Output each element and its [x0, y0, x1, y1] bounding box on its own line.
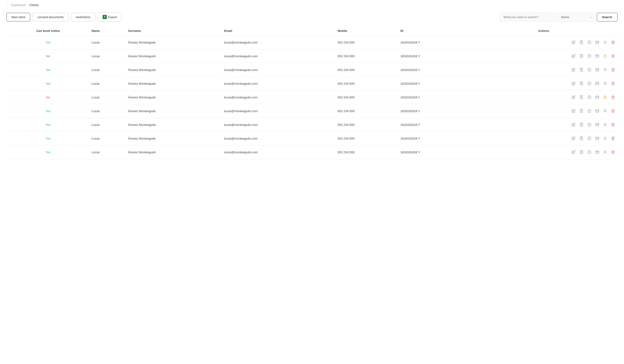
clipboard-icon[interactable]: [579, 81, 584, 86]
mail-icon[interactable]: [595, 67, 600, 72]
clients-table: Can book online Name Surname Email Mobil…: [6, 26, 618, 159]
email-cell: lucas@monteagudo.com: [222, 77, 336, 90]
history-icon[interactable]: [587, 81, 592, 86]
edit-icon[interactable]: [571, 95, 576, 100]
mail-icon[interactable]: [595, 95, 600, 100]
can-book-cell[interactable]: Yes: [6, 145, 90, 159]
table-row: No Lucas Álvarez Monteagudo lucas@montea…: [6, 49, 618, 63]
table-row: Yes Lucas Álvarez Monteagudo lucas@monte…: [6, 104, 618, 118]
delete-icon[interactable]: [611, 53, 616, 59]
actions-cell: [470, 145, 618, 159]
history-icon[interactable]: [587, 150, 592, 155]
consent-documents-button[interactable]: consent documents: [33, 13, 69, 21]
edit-icon[interactable]: [571, 53, 576, 59]
clipboard-icon[interactable]: [579, 150, 584, 155]
delete-icon[interactable]: [611, 95, 616, 100]
can-book-cell[interactable]: No: [6, 49, 90, 63]
mail-icon[interactable]: [595, 122, 600, 127]
id-cell: 1818181818 Y: [399, 36, 470, 49]
edit-icon[interactable]: [571, 108, 576, 113]
edit-icon[interactable]: [571, 150, 576, 155]
mail-icon[interactable]: [595, 150, 600, 155]
history-icon[interactable]: [587, 122, 592, 127]
id-cell: 1818181818 Y: [399, 63, 470, 77]
email-cell: lucas@monteagudo.com: [222, 118, 336, 132]
clipboard-icon[interactable]: [579, 108, 584, 113]
delete-icon[interactable]: [611, 108, 616, 113]
mail-icon[interactable]: [595, 136, 600, 141]
delete-icon[interactable]: [611, 40, 616, 45]
can-book-cell[interactable]: Yes: [6, 36, 90, 49]
svg-rect-0: [581, 41, 582, 41]
can-book-cell[interactable]: Yes: [6, 118, 90, 132]
svg-rect-5: [581, 54, 582, 55]
edit-icon[interactable]: [571, 40, 576, 45]
delete-icon[interactable]: [611, 67, 616, 72]
history-icon[interactable]: [587, 136, 592, 141]
clipboard-icon[interactable]: [579, 136, 584, 141]
export-button[interactable]: X Export: [98, 12, 122, 22]
name-cell: Lucas: [90, 104, 126, 118]
history-icon[interactable]: [587, 108, 592, 113]
can-book-cell[interactable]: Yes: [6, 104, 90, 118]
name-cell: Lucas: [90, 90, 126, 104]
user-icon[interactable]: [603, 40, 608, 45]
user-icon[interactable]: [603, 122, 608, 127]
user-icon[interactable]: [603, 136, 608, 141]
edit-icon[interactable]: [571, 81, 576, 86]
delete-icon[interactable]: [611, 136, 616, 141]
edit-icon[interactable]: [571, 67, 576, 72]
clipboard-icon[interactable]: [579, 67, 584, 72]
surname-cell: Álvarez Monteagudo: [126, 49, 222, 63]
can-book-cell[interactable]: Yes: [6, 132, 90, 145]
edit-icon[interactable]: [571, 122, 576, 127]
user-icon[interactable]: [603, 150, 608, 155]
restrictions-button[interactable]: restrictions: [71, 13, 95, 21]
history-icon[interactable]: [587, 95, 592, 100]
mail-icon[interactable]: [595, 53, 600, 59]
surname-cell: Álvarez Monteagudo: [126, 77, 222, 90]
clipboard-icon[interactable]: [579, 53, 584, 59]
mobile-cell: 652 234 000: [336, 77, 398, 90]
user-icon[interactable]: [603, 67, 608, 72]
back-icon[interactable]: ←: [6, 3, 10, 7]
search-filter-select[interactable]: Name Email Mobile ID: [558, 13, 595, 21]
search-input[interactable]: [500, 13, 556, 21]
lock-icon[interactable]: [603, 53, 608, 59]
breadcrumb-dashboard[interactable]: Dashboard: [11, 3, 26, 7]
edit-icon[interactable]: [571, 136, 576, 141]
email-cell: lucas@monteagudo.com: [222, 132, 336, 145]
clipboard-icon[interactable]: [579, 95, 584, 100]
surname-cell: Álvarez Monteagudo: [126, 90, 222, 104]
svg-rect-24: [604, 97, 607, 99]
surname-cell: Álvarez Monteagudo: [126, 145, 222, 159]
can-book-cell[interactable]: Yes: [6, 77, 90, 90]
history-icon[interactable]: [587, 67, 592, 72]
user-icon[interactable]: [603, 81, 608, 86]
mobile-cell: 652 234 000: [336, 49, 398, 63]
user-icon[interactable]: [603, 108, 608, 113]
new-client-button[interactable]: New client: [6, 13, 30, 21]
delete-icon[interactable]: [611, 150, 616, 155]
can-book-cell[interactable]: Yes: [6, 63, 90, 77]
breadcrumb-separator: ·: [27, 3, 28, 7]
delete-icon[interactable]: [611, 122, 616, 127]
svg-rect-40: [581, 151, 582, 151]
search-button[interactable]: Search: [597, 13, 618, 21]
toolbar: New client consent documents restriction…: [0, 10, 624, 26]
clipboard-icon[interactable]: [579, 40, 584, 45]
name-cell: Lucas: [90, 49, 126, 63]
surname-cell: Álvarez Monteagudo: [126, 63, 222, 77]
col-header-id: ID: [399, 26, 470, 36]
delete-icon[interactable]: [611, 81, 616, 86]
lock-icon[interactable]: [603, 95, 608, 100]
history-icon[interactable]: [587, 40, 592, 45]
clipboard-icon[interactable]: [579, 122, 584, 127]
actions-cell: [470, 77, 618, 90]
can-book-cell[interactable]: No: [6, 90, 90, 104]
id-cell: 1818181818 Y: [399, 77, 470, 90]
mail-icon[interactable]: [595, 40, 600, 45]
mail-icon[interactable]: [595, 108, 600, 113]
history-icon[interactable]: [587, 53, 592, 59]
mail-icon[interactable]: [595, 81, 600, 86]
